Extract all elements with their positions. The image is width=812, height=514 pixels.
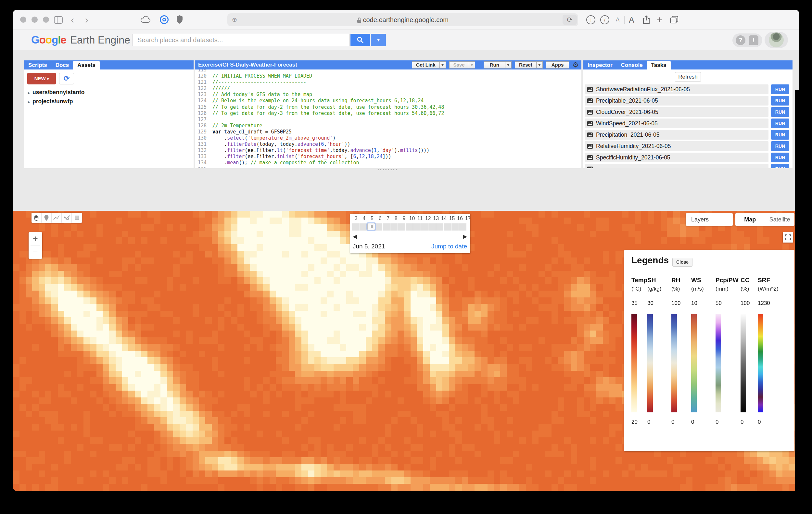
traffic-light-zoom[interactable] [43, 17, 49, 23]
slider-cell[interactable] [413, 223, 421, 231]
run-task-button[interactable]: RUN [771, 119, 789, 128]
tab-console[interactable]: Console [617, 61, 647, 69]
slider-cell[interactable] [428, 223, 436, 231]
url-bar[interactable]: ⊕ code.earthengine.google.com ⟳ [227, 13, 578, 26]
sidebar-toggle-icon[interactable] [54, 16, 63, 24]
tab-tasks[interactable]: Tasks [647, 61, 671, 69]
legend-variable-name: SRF [758, 277, 770, 284]
point-marker-tool[interactable] [41, 213, 52, 223]
line-number: 124 [195, 98, 210, 104]
new-tab-icon[interactable]: + [657, 10, 663, 30]
slider-cell[interactable] [444, 223, 452, 231]
polygon-tool[interactable] [62, 213, 72, 223]
account-pill[interactable] [764, 32, 788, 48]
jump-to-date-link[interactable]: Jump to date [431, 243, 467, 250]
run-task-button[interactable]: RUN [771, 164, 789, 168]
asset-tree-item[interactable]: ▸users/bennyistanto [28, 89, 85, 96]
refresh-assets-button[interactable]: ⟳ [59, 73, 74, 84]
prev-day-button[interactable]: ◀ [353, 233, 357, 240]
slider-cell[interactable] [352, 223, 360, 231]
legend-unit: (°C) [631, 286, 641, 293]
apps-button[interactable]: Apps [546, 61, 569, 68]
pan-hand-tool[interactable] [31, 213, 41, 223]
run-task-button[interactable]: RUN [771, 96, 789, 105]
reload-button[interactable]: ⟳ [562, 14, 577, 25]
tab-overview-icon[interactable] [670, 16, 679, 25]
expand-icon[interactable]: ▸ [28, 91, 30, 95]
tab-docs[interactable]: Docs [51, 61, 74, 69]
slider-cell[interactable] [390, 223, 398, 231]
run-task-button[interactable]: RUN [771, 130, 789, 140]
map-type-map[interactable]: Map [735, 213, 765, 226]
settings-gear-icon[interactable]: ⚙ [572, 60, 579, 69]
search-button[interactable] [350, 34, 370, 46]
help-icon[interactable]: ? [736, 35, 746, 45]
run-task-button[interactable]: RUN [771, 107, 789, 117]
search-input[interactable] [133, 34, 349, 46]
text-smaller-icon[interactable]: A [616, 10, 619, 30]
task-row [585, 164, 768, 168]
forward-icon[interactable]: › [85, 10, 88, 30]
line-number: 126 [195, 111, 210, 117]
image-task-icon [587, 144, 593, 149]
gee-product-name: Earth Engine [70, 34, 130, 46]
info-icon[interactable]: i [600, 15, 609, 24]
slider-handle[interactable] [367, 223, 375, 230]
layers-button[interactable]: Layers [686, 213, 733, 226]
tab-scripts[interactable]: Scripts [24, 61, 51, 69]
caret-down-icon[interactable]: ▾ [536, 61, 543, 68]
slider-cell[interactable] [452, 223, 459, 231]
zoom-in-button[interactable]: + [29, 232, 42, 245]
gee-logo: GoogleEarth Engine [31, 34, 130, 46]
expand-icon[interactable]: ▸ [28, 100, 30, 104]
traffic-light-minimize[interactable] [31, 17, 38, 23]
search-dropdown-button[interactable]: ▾ [371, 34, 386, 46]
slider-cell[interactable] [406, 223, 413, 231]
rectangle-tool[interactable] [72, 213, 82, 223]
slider-cell[interactable] [459, 223, 467, 231]
map-type-satellite[interactable]: Satellite [765, 213, 795, 226]
shield-icon[interactable] [176, 15, 183, 25]
legends-close-button[interactable]: Close [672, 258, 693, 267]
lock-icon [357, 17, 361, 23]
legend-max-value: 10 [691, 300, 697, 307]
next-day-button[interactable]: ▶ [463, 233, 467, 240]
panel-resize-handle[interactable] [13, 168, 799, 171]
password-manager-icon[interactable] [160, 15, 169, 24]
run-task-button[interactable]: RUN [771, 153, 789, 162]
download-icon[interactable]: ↓ [586, 15, 596, 24]
run-task-button[interactable]: RUN [771, 141, 789, 151]
line-tool[interactable] [52, 213, 62, 223]
fullscreen-button[interactable] [783, 232, 793, 243]
slider-cell[interactable] [375, 223, 383, 231]
run-task-button[interactable]: RUN [771, 84, 789, 94]
new-asset-button[interactable]: NEW ▾ [27, 73, 56, 84]
reset-button[interactable]: Reset▾ [515, 61, 543, 68]
caret-down-icon[interactable]: ▾ [505, 61, 512, 68]
feedback-icon[interactable]: ! [749, 35, 758, 45]
text-larger-icon[interactable]: A [629, 10, 634, 30]
run-button[interactable]: Run▾ [484, 61, 512, 68]
share-icon[interactable] [642, 15, 650, 26]
slider-cell[interactable] [360, 223, 368, 231]
assets-panel: Scripts Docs Assets NEW ▾ ⟳ ▸users/benny… [24, 60, 194, 168]
icloud-icon[interactable] [140, 16, 151, 25]
avatar[interactable] [769, 32, 784, 48]
code-area[interactable]: 119120// INITIAL PROCESS WHEN MAP LOADED… [195, 69, 581, 168]
get-link-button[interactable]: Get Link▾ [412, 61, 446, 68]
asset-tree-item[interactable]: ▸projects/unwfp [28, 98, 73, 105]
tab-assets[interactable]: Assets [73, 61, 100, 69]
slider-cell[interactable] [436, 223, 444, 231]
zoom-out-button[interactable]: − [29, 245, 42, 259]
slider-cell[interactable] [383, 223, 390, 231]
slider-cell[interactable] [398, 223, 406, 231]
back-icon[interactable]: ‹ [71, 10, 74, 30]
map-viewport[interactable]: + − 34567891011121314151617 ◀ ▶ Jun 5, 2… [13, 211, 795, 491]
slider-cell[interactable] [421, 223, 429, 231]
save-button[interactable]: Save▾ [449, 61, 475, 68]
caret-down-icon[interactable]: ▾ [440, 61, 446, 68]
refresh-tasks-button[interactable]: Refresh [675, 72, 701, 82]
tab-inspector[interactable]: Inspector [583, 61, 617, 69]
traffic-light-close[interactable] [20, 17, 26, 23]
legend-min-value: 0 [758, 419, 761, 425]
